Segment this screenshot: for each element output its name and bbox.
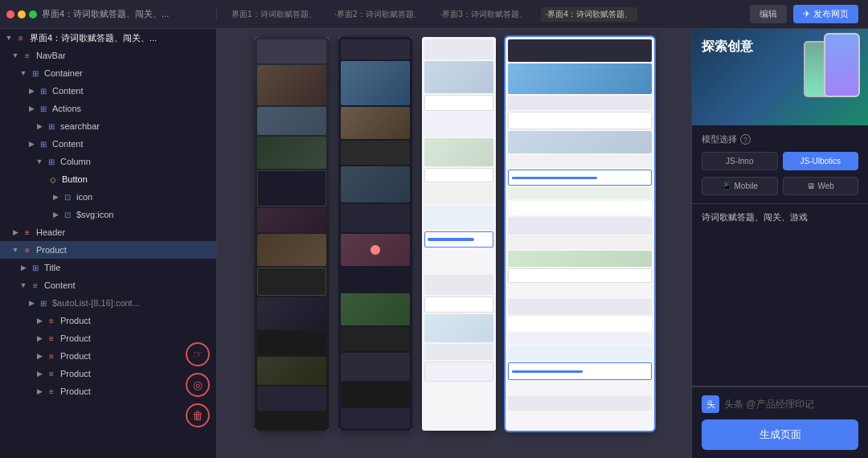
tree-item-column[interactable]: ▼ ⊞ Column [0,153,216,170]
help-icon[interactable]: ? [740,134,751,145]
traffic-light-yellow[interactable] [18,10,26,18]
top-bar-left: 界面4：诗词歌赋答题、闯关、... [0,8,217,20]
tree-item-product-3[interactable]: ▶ ≡ Product [0,347,216,365]
device-btn-web[interactable]: 🖥 Web [783,177,859,195]
tree-arrow: ▶ [26,297,37,309]
tree-item-autolist[interactable]: ▶ ⊞ $autoList-[8,16]:cont... [0,294,216,312]
tree-item-navbar[interactable]: ▼ ≡ NavBar [0,47,216,64]
tree-arrow: ▶ [34,386,45,397]
section-icon: ≡ [21,243,34,256]
page-tab-3[interactable]: ·界面3：诗词歌赋答题、 [435,7,531,22]
publish-button[interactable]: ✈ 发布网页 [793,5,858,23]
tree-label: Product [60,369,91,378]
section-icon: ≡ [45,350,58,362]
container-icon: ⊞ [37,137,50,150]
container-icon: ⊞ [45,155,58,168]
traffic-light-red[interactable] [6,10,14,18]
delete-action-button[interactable]: 🗑 [186,403,210,427]
page-tab-4[interactable]: ·界面4：诗词歌赋答题、 [541,7,637,22]
move-action-button[interactable]: ☞ [186,342,210,366]
tree-item-product-1[interactable]: ▶ ≡ Product [0,312,216,329]
tree-label: $autoList-[8,16]:cont... [52,298,140,308]
tree-item-product-4[interactable]: ▶ ≡ Product [0,365,216,382]
tree-arrow: ▶ [34,350,45,362]
target-action-button[interactable]: ◎ [186,373,210,397]
section-icon: ≡ [14,31,27,44]
tree-item-content-3[interactable]: ▼ ≡ Content [0,276,216,294]
device-btn-mobile[interactable]: 📱 Mobile [702,177,778,195]
tree-item-content-2[interactable]: ▶ ⊞ Content [0,135,216,153]
tree-item-title[interactable]: ▶ ⊞ Title [0,259,216,276]
container-icon: ⊞ [37,102,50,115]
tree-label: Content [52,86,84,96]
tree-label: Column [60,157,91,166]
tree-item-product-5[interactable]: ▶ ≡ Product [0,382,216,400]
tree-arrow: ▶ [34,121,45,132]
tree-arrow: ▶ [34,368,45,379]
tree-item-button[interactable]: ◇ Button [0,170,216,188]
tree-label: icon [76,192,92,202]
tree-item-searchbar[interactable]: ▶ ⊞ searchbar [0,117,216,135]
page-tab-1[interactable]: 界面1：诗词歌赋答题、 [227,7,321,22]
model-label: 模型选择 ? [702,133,858,145]
tree-label: Product [36,245,67,255]
tree-arrow: ▼ [10,244,21,256]
container-icon: ⊞ [29,261,42,274]
page-preview-2[interactable] [338,37,412,431]
watermark: 头 头条 @产品经理印记 [702,395,858,413]
generate-button[interactable]: 生成页面 [702,419,858,450]
tree-item-content-1[interactable]: ▶ ⊞ Content [0,82,216,100]
tree-item-product-2[interactable]: ▶ ≡ Product [0,329,216,347]
watermark-icon: 头 [702,395,719,413]
send-icon: ✈ [803,9,810,19]
tree-arrow: ▶ [18,262,29,273]
edit-button[interactable]: 编辑 [750,5,787,23]
layout-icon: ⊡ [61,190,74,203]
left-panel: ▼ ≡ 界面4：诗词歌赋答题、闯关、... ▼ ≡ NavBar ▼ ⊞ Con… [0,29,217,458]
tree-item-icon[interactable]: ▶ ⊡ icon [0,188,216,206]
tree-item-header[interactable]: ▶ ≡ Header [0,223,216,241]
page-preview-4[interactable] [506,37,654,431]
tree-label: 界面4：诗词歌赋答题、闯关、... [30,32,157,44]
section-icon: ≡ [45,314,58,327]
tab-separator-2: · [430,10,432,18]
section-icon: ≡ [45,367,58,380]
right-panel-top: 探索创意 模型选择 ? JS-Inno JS-Ulbotics [692,29,868,386]
tree-arrow: ▶ [50,209,61,220]
tree-label: Product [60,351,91,361]
explore-title: 探索创意 [702,39,753,55]
current-tab-title: 界面4：诗词歌赋答题、闯关、... [42,8,169,20]
page-tab-2[interactable]: ·界面2：诗词歌赋答题、 [330,7,426,22]
section-icon: ≡ [21,226,34,239]
tree-label: Header [36,227,65,237]
tree-item-product-root[interactable]: ▼ ≡ Product [0,241,216,259]
mobile-icon: 📱 [722,182,731,190]
tree-label: Content [52,139,84,149]
tree-item-root[interactable]: ▼ ≡ 界面4：诗词歌赋答题、闯关、... [0,29,216,47]
canvas-panel [217,29,691,458]
tree-label: Container [44,68,83,78]
tree-arrow: ▼ [18,280,29,291]
canvas-area [217,29,691,458]
tree-item-container[interactable]: ▼ ⊞ Container [0,64,216,82]
tree-item-actions[interactable]: ▶ ⊞ Actions [0,100,216,117]
traffic-light-green[interactable] [29,10,37,18]
section-icon: ≡ [21,49,34,62]
tree-label: Content [44,280,76,290]
phone-inner-1 [825,35,858,96]
traffic-lights [6,10,37,18]
tree-label: NavBar [36,51,66,60]
model-btn-inno[interactable]: JS-Inno [702,152,778,170]
tree-arrow: ▶ [50,191,61,202]
section-icon: ≡ [45,385,58,398]
model-btn-ulbotics[interactable]: JS-Ulbotics [783,152,859,170]
tree-label: Title [44,263,60,272]
top-bar: 界面4：诗词歌赋答题、闯关、... 界面1：诗词歌赋答题、 · ·界面2：诗词歌… [0,0,868,29]
tab-separator-3: · [535,10,538,18]
page-preview-1[interactable] [255,37,329,431]
tree-arrow: ▼ [3,32,14,43]
main-layout: ▼ ≡ 界面4：诗词歌赋答题、闯关、... ▼ ≡ NavBar ▼ ⊞ Con… [0,29,868,458]
tree-label: $svg:icon [76,210,113,219]
tree-item-svg-icon[interactable]: ▶ ⊡ $svg:icon [0,206,216,223]
page-preview-3[interactable] [422,37,496,431]
